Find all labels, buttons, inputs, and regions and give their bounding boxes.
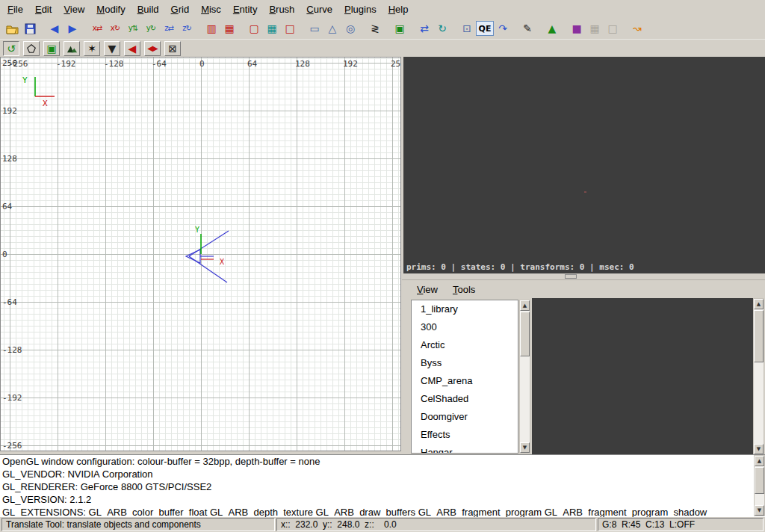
render-stats: prims: 0 | states: 0 | transforms: 0 | m…	[406, 262, 634, 272]
select-inside-button[interactable]: ▦	[263, 20, 281, 37]
spider-tool-button[interactable]: ✶	[84, 41, 100, 56]
split-button[interactable]: ◀▶	[144, 41, 161, 56]
save-button[interactable]	[21, 20, 39, 37]
csg-subtract-button[interactable]: ▭	[306, 20, 323, 37]
floppy-disk-icon	[25, 23, 36, 34]
texture-menu-tools[interactable]: Tools	[448, 282, 480, 297]
ruler-label: 0	[199, 59, 205, 69]
menu-build[interactable]: Build	[131, 1, 165, 17]
pane-splitter[interactable]	[403, 273, 765, 279]
rotate-z-button[interactable]: z↻	[178, 20, 196, 37]
terrain-mode-button[interactable]	[64, 41, 80, 56]
status-bar: Translate Tool: translate objects and co…	[0, 517, 765, 532]
qe-toggle-button[interactable]: QE	[476, 21, 494, 36]
texture-view-button[interactable]: ▣	[391, 20, 409, 37]
background-image-button[interactable]: ⊡	[458, 20, 476, 37]
flip-x-button[interactable]: x⇄	[88, 20, 106, 37]
texture-folder-item[interactable]: Doomgiver	[412, 408, 518, 426]
rotate-x-button[interactable]: x↻	[106, 20, 124, 37]
scroll-down-button[interactable]: ▼	[520, 442, 530, 453]
free-rotation-icon: ↷	[498, 23, 507, 34]
menu-plugins[interactable]: Plugins	[338, 1, 382, 17]
csg-merge-button[interactable]: △	[323, 20, 341, 37]
menu-edit[interactable]: Edit	[29, 1, 58, 17]
texture-folder-item[interactable]: 300	[412, 318, 518, 336]
texture-menu-view[interactable]: View	[412, 282, 442, 297]
texture-preview-scrollbar[interactable]: ▲ ▼	[753, 298, 764, 455]
terrain-button[interactable]: ▲	[543, 20, 561, 37]
origin-dot	[584, 191, 586, 193]
flip-y-button[interactable]: y⇅	[124, 20, 142, 37]
splitter-handle[interactable]	[565, 274, 577, 279]
free-rotation-button[interactable]: ↷	[494, 20, 512, 37]
free-rotate-mode-button[interactable]: ↺	[3, 41, 19, 56]
texture-folder-item[interactable]: Arctic	[412, 336, 518, 354]
xy-2d-viewport[interactable]: -256 -192 -128 -64 0 64 128 192 256 256 …	[0, 57, 401, 451]
texture-list-scrollbar[interactable]: ▲ ▼	[519, 300, 530, 454]
redo-button[interactable]: ▶	[64, 20, 81, 37]
camera-marker[interactable]: Y X	[184, 225, 236, 288]
rotate-y-button[interactable]: y↻	[142, 20, 160, 37]
refresh-references-button[interactable]: ↻	[433, 20, 451, 37]
grayed-button-a[interactable]: ▦	[586, 20, 604, 37]
menu-misc[interactable]: Misc	[195, 1, 227, 17]
camera-3d-viewport[interactable]: prims: 0 | states: 0 | transforms: 0 | m…	[403, 57, 765, 273]
menu-help[interactable]: Help	[382, 1, 415, 17]
scale-icon: ≷	[371, 23, 380, 34]
menu-modify[interactable]: Modify	[90, 1, 131, 17]
scroll-thumb[interactable]	[520, 312, 530, 356]
clip-left-button[interactable]: ◀	[124, 41, 140, 56]
menu-entity[interactable]: Entity	[227, 1, 264, 17]
ruler-label: 64	[2, 202, 12, 211]
scroll-down-button[interactable]: ▼	[754, 444, 764, 454]
texture-folder-item[interactable]: Hangar	[412, 444, 518, 454]
texture-folder-item[interactable]: CMP_arena	[412, 372, 518, 390]
scroll-up-button[interactable]: ▲	[520, 300, 530, 311]
undo-button[interactable]: ◀	[46, 20, 64, 37]
texture-folder-item[interactable]: Byss	[412, 354, 518, 372]
rotate-mode-icon: ↺	[7, 43, 16, 54]
drop-entity-button[interactable]: ▼	[104, 41, 120, 56]
grayed-icon-b: □	[607, 23, 617, 34]
menu-curve[interactable]: Curve	[300, 1, 338, 17]
texture-folder-item[interactable]: 1_library	[412, 300, 518, 318]
toolbar-separator	[359, 18, 366, 39]
vertex-mode-button[interactable]: ▣	[43, 41, 60, 56]
select-complete-tall-button[interactable]: ▥	[202, 20, 220, 37]
texture-preview-pane[interactable]	[532, 298, 753, 455]
delete-selection-button[interactable]: ⊠	[164, 41, 181, 56]
scale-button[interactable]: ≷	[366, 20, 384, 37]
open-file-button[interactable]	[3, 20, 21, 37]
polygon-mode-button[interactable]	[23, 41, 40, 56]
scroll-up-button[interactable]: ▲	[754, 299, 764, 309]
svg-text:Y: Y	[22, 75, 28, 85]
menu-file[interactable]: File	[1, 1, 29, 17]
grayed-button-b[interactable]: □	[604, 20, 622, 37]
ruler-label: 128	[295, 59, 310, 69]
svg-text:Y: Y	[195, 226, 199, 234]
plugin-button[interactable]: ↝	[628, 20, 646, 37]
scroll-thumb[interactable]	[755, 467, 764, 494]
scroll-up-button[interactable]: ▲	[755, 456, 764, 466]
menu-view[interactable]: View	[58, 1, 90, 17]
select-partial-tall-button[interactable]: ▢	[245, 20, 263, 37]
region-set-button[interactable]: □	[281, 20, 299, 37]
texture-folder-item[interactable]: Effects	[412, 426, 518, 444]
scroll-down-button[interactable]: ▼	[755, 505, 764, 516]
flip-z-button[interactable]: z⇄	[160, 20, 178, 37]
menu-brush[interactable]: Brush	[263, 1, 300, 17]
toolbar-separator	[451, 18, 458, 39]
vertex-mode-icon: ▣	[46, 43, 56, 54]
caulk-texture-button[interactable]: ■	[568, 20, 586, 37]
svg-text:X: X	[220, 258, 224, 266]
texture-folder-item[interactable]: CelShaded	[412, 390, 518, 408]
redo-icon: ▶	[69, 23, 77, 34]
menu-grid[interactable]: Grid	[165, 1, 196, 17]
up-arrow-icon: ▲	[758, 458, 761, 464]
change-views-button[interactable]: ⇄	[415, 20, 433, 37]
select-touching-button[interactable]: ▦	[220, 20, 238, 37]
console-scrollbar[interactable]: ▲ ▼	[754, 455, 765, 516]
scroll-thumb[interactable]	[754, 310, 764, 362]
hollow-button[interactable]: ◎	[341, 20, 359, 37]
texture-pick-button[interactable]: ✎	[518, 20, 536, 37]
